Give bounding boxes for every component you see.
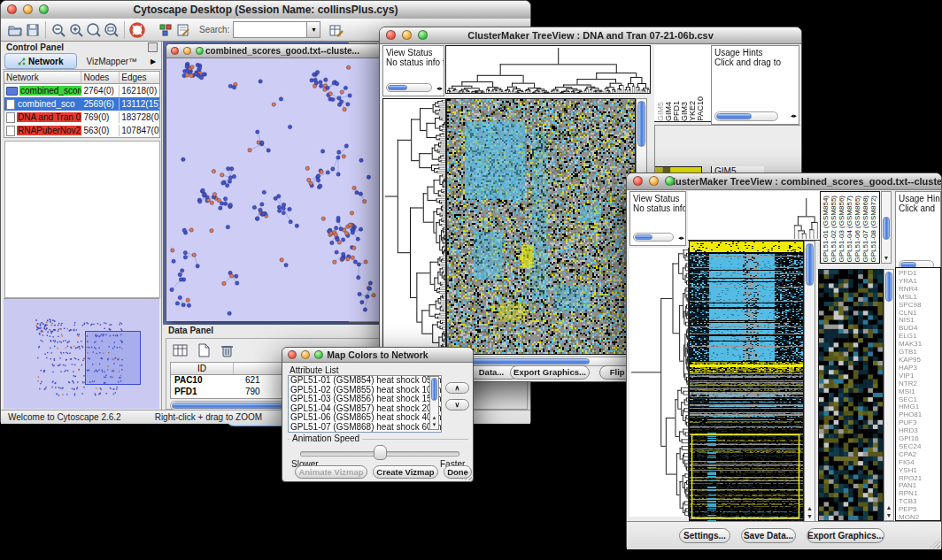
- tv1-column-label[interactable]: GIM3: [681, 102, 687, 121]
- annotation-icon[interactable]: [174, 21, 192, 39]
- dialog-attribute-list: GPL51-01 (GSM854) heat shock 05 minGPL51…: [288, 375, 442, 433]
- tv2-genelist-up-arrow[interactable]: ▲: [884, 504, 893, 511]
- tab-overflow-arrow[interactable]: ▶: [147, 58, 159, 65]
- zoom-button[interactable]: [196, 47, 204, 55]
- minimize-button[interactable]: [301, 350, 310, 359]
- control-panel: Control Panel Network VizMapper™ ▶ Netwo…: [3, 42, 162, 410]
- network-table: Network Nodes Edges combined_scores 2764…: [4, 71, 160, 138]
- new-attribute-icon[interactable]: [195, 341, 212, 359]
- attribute-browser-icon[interactable]: [328, 21, 345, 39]
- tv2-collabel-vscrollbar[interactable]: ▼: [881, 191, 892, 264]
- move-up-button[interactable]: ∧: [445, 382, 469, 394]
- network-row[interactable]: RNAPuberNov2+ 563(0) 107847(0): [4, 124, 159, 137]
- save-session-icon[interactable]: [24, 21, 42, 39]
- zoom-button[interactable]: [665, 176, 675, 186]
- open-session-icon[interactable]: [6, 21, 24, 39]
- treeview1-title: ClusterMaker TreeView : DNA and Tran 07-…: [380, 27, 801, 43]
- tv1-hints-scrollbar[interactable]: [714, 111, 778, 121]
- tv2-scroll-down-arrow[interactable]: ▼: [805, 513, 815, 520]
- plugin-manager-icon[interactable]: [157, 21, 174, 39]
- tv1-status-scrollbar[interactable]: [386, 83, 432, 92]
- network-row-icon: [6, 112, 15, 123]
- gene-label[interactable]: MON2: [899, 514, 940, 521]
- attr-up-arrow[interactable]: ▲: [430, 414, 438, 421]
- tv2-genelist-vscrollbar[interactable]: ▲ ▼: [884, 269, 894, 521]
- minimize-button[interactable]: [183, 47, 191, 55]
- tv2-heatmap-canvas[interactable]: [689, 241, 804, 522]
- tv1-heatmap-canvas[interactable]: [446, 98, 636, 355]
- tv1-hints-scroll-arrows[interactable]: ◂▸: [791, 112, 797, 119]
- tv1-column-labels: GIM5GIM4PFD1GIM3YKE2PAC10: [654, 45, 712, 122]
- tab-network[interactable]: Network: [4, 53, 77, 69]
- network-row-icon: [6, 99, 15, 110]
- tv1-row-dendrogram[interactable]: [382, 98, 446, 355]
- tv1-status-scroll-arrows[interactable]: ◂▸: [436, 85, 443, 92]
- close-button[interactable]: [7, 4, 17, 14]
- move-down-button[interactable]: ∨: [445, 399, 469, 410]
- tv2-status-scrollbar[interactable]: [633, 233, 674, 242]
- tv2-save-data-button[interactable]: Save Data...: [741, 528, 796, 543]
- attribute-list-scrollbar[interactable]: ▲ ▼: [429, 376, 439, 430]
- tv2-status-scroll-arrows[interactable]: ◂▸: [678, 234, 684, 242]
- network-view-titlebar[interactable]: combined_scores_good.txt--cluste...: [166, 44, 381, 58]
- tv2-resize-grip[interactable]: [930, 538, 940, 548]
- zoom-button[interactable]: [39, 4, 49, 14]
- zoom-in-icon[interactable]: [67, 21, 85, 39]
- tv2-row-dendrogram[interactable]: [629, 248, 689, 517]
- zoom-out-icon[interactable]: [50, 21, 67, 39]
- main-titlebar[interactable]: Cytoscape Desktop (Session Name: collins…: [1, 1, 530, 19]
- help-icon[interactable]: [128, 21, 146, 39]
- network-table-header[interactable]: Network Nodes Edges: [4, 72, 159, 84]
- attr-col-id[interactable]: ID: [171, 363, 234, 374]
- tv2-settings-button[interactable]: Settings...: [679, 528, 730, 543]
- attribute-list-item[interactable]: GPL51-07 (GSM868) heat shock 60 min: [289, 423, 441, 433]
- treeview2-window: ClusterMaker TreeView : combined_scores_…: [626, 173, 942, 548]
- attribute-list-label: Attribute List: [282, 363, 473, 376]
- tv1-column-label[interactable]: GIM5: [657, 102, 663, 121]
- tv1-export-graphics-button[interactable]: Export Graphics...: [510, 365, 590, 380]
- delete-attribute-icon[interactable]: [218, 341, 236, 359]
- close-button[interactable]: [288, 350, 297, 359]
- search-dropdown-arrow[interactable]: ▼: [307, 21, 320, 38]
- tv2-export-graphics-button[interactable]: Export Graphics...: [807, 528, 884, 543]
- birdseye-view-canvas[interactable]: [4, 298, 159, 409]
- zoom-selected-icon[interactable]: [85, 21, 103, 39]
- float-panel-icon[interactable]: [148, 42, 158, 52]
- network-row[interactable]: combined_sco 2569(6) 13112(15): [4, 97, 159, 111]
- tv2-column-label[interactable]: GPL51-08 (GSM872): [870, 196, 878, 263]
- network-view-canvas[interactable]: [166, 58, 381, 321]
- select-attributes-icon[interactable]: [172, 341, 189, 359]
- tv1-column-dendrogram[interactable]: [445, 45, 651, 94]
- close-button[interactable]: [171, 47, 179, 55]
- attribute-list-item[interactable]: GPL51-01 (GSM854) heat shock 05 min: [289, 376, 441, 386]
- search-input[interactable]: [233, 21, 307, 38]
- tv2-column-dendrogram[interactable]: [688, 191, 821, 241]
- create-vizmap-button[interactable]: Create Vizmap: [373, 465, 438, 479]
- zoom-button[interactable]: [314, 350, 323, 359]
- minimize-button[interactable]: [649, 176, 659, 186]
- minimize-button[interactable]: [23, 4, 33, 14]
- minimize-button[interactable]: [402, 30, 412, 40]
- tv1-column-label[interactable]: PAC10: [697, 96, 703, 121]
- close-button[interactable]: [386, 30, 396, 40]
- attr-down-arrow[interactable]: ▼: [430, 421, 438, 428]
- close-button[interactable]: [633, 176, 643, 186]
- tv1-column-label[interactable]: GIM4: [665, 102, 671, 121]
- network-row[interactable]: DNA and Tran 07 769(0) 183728(0): [4, 111, 159, 124]
- tv2-detail-heatmap[interactable]: [818, 269, 884, 521]
- treeview1-titlebar[interactable]: ClusterMaker TreeView : DNA and Tran 07-…: [380, 27, 801, 44]
- tv2-collabel-down-arrow[interactable]: ▼: [882, 255, 891, 262]
- zoom-fit-icon[interactable]: [103, 21, 120, 39]
- treeview2-titlebar[interactable]: ClusterMaker TreeView : combined_scores_…: [627, 173, 941, 190]
- zoom-button[interactable]: [418, 30, 428, 40]
- tv2-heatmap-vscrollbar[interactable]: ▲ ▼: [804, 241, 815, 522]
- dialog-titlebar[interactable]: Map Colors to Network: [282, 348, 473, 363]
- tv1-column-label[interactable]: YKE2: [689, 101, 695, 121]
- tv1-column-label[interactable]: PFD1: [673, 101, 679, 121]
- animate-vizmap-button[interactable]: Animate Vizmap: [295, 465, 367, 479]
- tv2-genelist-down-arrow[interactable]: ▼: [884, 512, 893, 519]
- tab-vizmapper[interactable]: VizMapper™: [77, 57, 148, 66]
- tv2-scroll-up-arrow[interactable]: ▲: [805, 505, 815, 512]
- animation-speed-slider-thumb[interactable]: [374, 445, 387, 460]
- network-row[interactable]: combined_scores 2764(0) 16218(0): [4, 84, 159, 97]
